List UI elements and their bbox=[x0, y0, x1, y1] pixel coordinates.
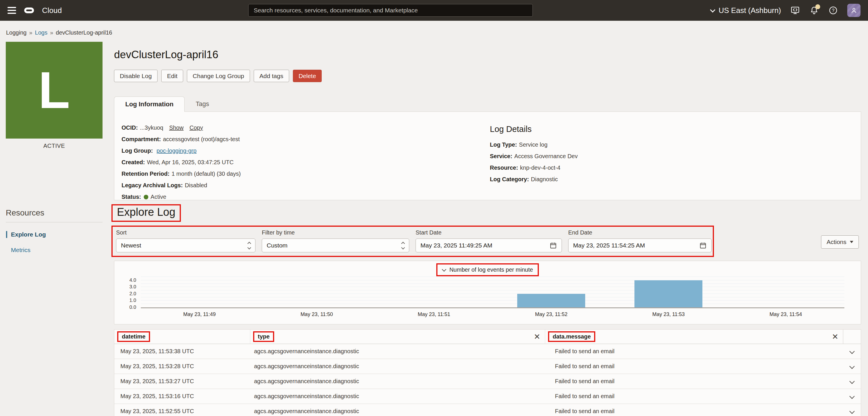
breadcrumb-logging[interactable]: Logging bbox=[6, 29, 27, 36]
expand-row-chevron-icon[interactable] bbox=[849, 363, 855, 369]
column-header-type[interactable]: type ✕ bbox=[250, 330, 545, 344]
filter-by-time-label: Filter by time bbox=[262, 229, 409, 236]
calendar-icon[interactable] bbox=[550, 242, 557, 249]
chart-y-tick-label: 4.0 bbox=[119, 277, 136, 283]
actions-button[interactable]: Actions bbox=[821, 235, 859, 248]
region-selector[interactable]: US East (Ashburn) bbox=[710, 6, 781, 15]
ocid-copy-link[interactable]: Copy bbox=[189, 124, 203, 131]
hamburger-menu-icon[interactable] bbox=[7, 7, 16, 14]
edit-button[interactable]: Edit bbox=[161, 70, 183, 82]
log-type-field: Log Type:Service log bbox=[490, 142, 578, 148]
oci-console-screen: Cloud US East (Ashburn) bbox=[0, 0, 868, 416]
table-row[interactable]: May 23, 2025, 11:53:16 UTC agcs.agcsgove… bbox=[114, 389, 861, 404]
change-log-group-button[interactable]: Change Log Group bbox=[187, 70, 250, 82]
table-row[interactable]: May 23, 2025, 11:52:55 UTC agcs.agcsgove… bbox=[114, 404, 861, 416]
service-field: Service:Access Governance Dev bbox=[490, 153, 578, 159]
sort-select[interactable]: Newest bbox=[116, 239, 255, 252]
column-header-datetime[interactable]: datetime bbox=[114, 330, 250, 344]
start-date-input[interactable]: May 23, 2025 11:49:25 AM bbox=[415, 239, 562, 252]
explore-log-title: Explore Log bbox=[117, 206, 175, 218]
chart-y-tick-label: 1.0 bbox=[119, 298, 136, 303]
status-dot bbox=[144, 195, 148, 199]
filter-by-time-select[interactable]: Custom bbox=[262, 239, 409, 252]
sort-filter-group: Sort Newest bbox=[116, 229, 255, 252]
status-badge: ACTIVE bbox=[6, 143, 102, 149]
remove-data-message-column-icon[interactable]: ✕ bbox=[832, 333, 838, 340]
tab-tags[interactable]: Tags bbox=[185, 96, 220, 112]
notification-dot bbox=[815, 4, 820, 9]
chart-x-tick-label: May 23, 11:52 bbox=[493, 311, 610, 318]
region-chevron-down-icon bbox=[710, 7, 715, 12]
status-field: Status:Active bbox=[122, 194, 490, 200]
chart-bar bbox=[517, 294, 585, 307]
table-row[interactable]: May 23, 2025, 11:53:28 UTC agcs.agcsgove… bbox=[114, 359, 861, 374]
column-header-data-message[interactable]: data.message ✕ bbox=[545, 330, 843, 344]
table-header-row: datetime type ✕ data.message ✕ bbox=[114, 330, 861, 344]
region-label: US East (Ashburn) bbox=[718, 6, 781, 15]
expand-row-chevron-icon[interactable] bbox=[849, 409, 855, 414]
chart-title-annotation: Number of log events per minute bbox=[436, 263, 538, 276]
page-title: devClusterLog-april16 bbox=[114, 49, 861, 61]
filter-bar: Sort Newest Filter by time Custom bbox=[112, 226, 714, 257]
chart-plot-area: 0.01.02.03.04.0May 23, 11:49May 23, 11:5… bbox=[141, 277, 844, 308]
avatar[interactable] bbox=[847, 4, 861, 17]
log-group-link[interactable]: poc-logging-grp bbox=[156, 148, 196, 154]
left-column: L ACTIVE Resources Explore Log Metrics bbox=[6, 42, 102, 254]
search-input[interactable] bbox=[248, 4, 533, 17]
log-resource-icon: L bbox=[6, 42, 102, 139]
ocid-show-link[interactable]: Show bbox=[169, 124, 183, 131]
table-row[interactable]: May 23, 2025, 11:53:27 UTC agcs.agcsgove… bbox=[114, 374, 861, 389]
chart-collapse-chevron-icon[interactable] bbox=[442, 267, 447, 272]
tab-bar: Log Information Tags bbox=[114, 96, 861, 112]
notifications-bell-icon[interactable] bbox=[809, 5, 819, 15]
chart-x-tick-label: May 23, 11:49 bbox=[141, 311, 258, 318]
resource-field: Resource:knp-dev-4-oct-4 bbox=[490, 165, 578, 171]
chart-y-tick-label: 0.0 bbox=[119, 304, 136, 310]
end-date-label: End Date bbox=[568, 229, 712, 236]
disable-log-button[interactable]: Disable Log bbox=[114, 70, 158, 82]
add-tags-button[interactable]: Add tags bbox=[254, 70, 289, 82]
sidebar-item-metrics[interactable]: Metrics bbox=[6, 247, 102, 254]
remove-type-column-icon[interactable]: ✕ bbox=[534, 333, 540, 340]
tab-log-information[interactable]: Log Information bbox=[114, 96, 185, 112]
resources-title: Resources bbox=[6, 208, 102, 217]
chart-x-tick-label: May 23, 11:53 bbox=[610, 311, 727, 318]
legacy-archival-field: Legacy Archival Logs:Disabled bbox=[122, 182, 490, 189]
compartment-field: Compartment:accessgovtest (root)/agcs-te… bbox=[122, 136, 490, 143]
table-row[interactable]: May 23, 2025, 11:53:38 UTC agcs.agcsgove… bbox=[114, 344, 861, 359]
start-date-label: Start Date bbox=[415, 229, 562, 236]
column-header-expand bbox=[843, 330, 861, 344]
chart-x-tick-label: May 23, 11:54 bbox=[727, 311, 844, 318]
help-icon[interactable]: ? bbox=[828, 5, 838, 15]
dropdown-arrow-icon bbox=[850, 241, 853, 243]
breadcrumb-logs[interactable]: Logs bbox=[35, 29, 47, 36]
expand-row-chevron-icon[interactable] bbox=[849, 379, 855, 384]
delete-button[interactable]: Delete bbox=[293, 70, 322, 82]
log-details-section: Log Details Log Type:Service log Service… bbox=[490, 124, 578, 200]
log-information-panel: OCID:...3ykuoq Show Copy Compartment:acc… bbox=[114, 112, 861, 200]
sort-label: Sort bbox=[116, 229, 255, 236]
retention-field: Retention Period:1 month (default) (30 d… bbox=[122, 171, 490, 177]
calendar-icon[interactable] bbox=[699, 242, 707, 249]
ocid-field: OCID:...3ykuoq Show Copy bbox=[122, 124, 490, 131]
select-chevrons-icon bbox=[248, 242, 251, 249]
oracle-logo bbox=[24, 7, 34, 13]
end-date-group: End Date May 23, 2025 11:54:25 AM bbox=[568, 229, 712, 252]
breadcrumb: Logging»Logs»devClusterLog-april16 bbox=[6, 29, 868, 36]
filter-by-time-group: Filter by time Custom bbox=[262, 229, 409, 252]
devtools-icon[interactable] bbox=[790, 5, 800, 15]
chart-x-tick-label: May 23, 11:51 bbox=[375, 311, 492, 318]
end-date-input[interactable]: May 23, 2025 11:54:25 AM bbox=[568, 239, 712, 252]
log-details-title: Log Details bbox=[490, 124, 578, 134]
resources-nav: Resources Explore Log Metrics bbox=[6, 208, 102, 254]
brand-label: Cloud bbox=[42, 6, 62, 15]
created-field: Created:Wed, Apr 16, 2025, 03:47:25 UTC bbox=[122, 159, 490, 166]
sidebar-item-explore-log[interactable]: Explore Log bbox=[6, 231, 102, 238]
expand-row-chevron-icon[interactable] bbox=[849, 349, 855, 354]
chart-y-tick-label: 2.0 bbox=[119, 291, 136, 297]
log-group-field: Log Group: poc-logging-grp bbox=[122, 148, 490, 154]
expand-row-chevron-icon[interactable] bbox=[849, 393, 855, 399]
log-category-field: Log Category:Diagnostic bbox=[490, 176, 578, 183]
svg-text:?: ? bbox=[832, 8, 835, 13]
chart-x-tick-label: May 23, 11:50 bbox=[258, 311, 375, 318]
